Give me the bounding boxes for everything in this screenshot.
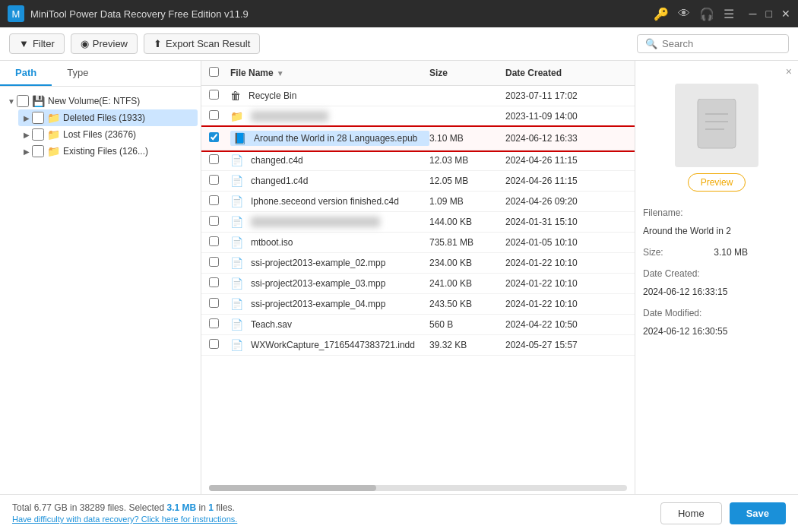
scrollbar-track[interactable] <box>209 485 627 491</box>
menu-icon[interactable]: ☰ <box>724 7 734 21</box>
file-size: 3.10 MB <box>429 133 505 144</box>
header-check-col <box>209 67 230 79</box>
main-area: Path Type ▼ 💾 New Volume(E: NTFS) ▶ 📁 De… <box>0 61 798 494</box>
tree-arrow-lost: ▶ <box>21 131 32 139</box>
preview-close-button[interactable]: × <box>786 65 792 78</box>
tree-item-lost[interactable]: ▶ 📁 Lost Files (23676) <box>18 126 198 143</box>
total-text: Total 6.77 GB in 38289 files. <box>12 502 126 513</box>
key-icon[interactable]: 🔑 <box>654 7 669 21</box>
existing-folder-icon: 📁 <box>47 145 60 157</box>
table-row[interactable]: 📄Teach.sav 560 B 2024-04-22 10:50 <box>201 315 635 335</box>
table-row[interactable]: 📄ssi-project2013-example_04.mpp 243.50 K… <box>201 294 635 315</box>
table-row[interactable]: 📘Around the World in 28 Languages.epub 3… <box>201 127 635 150</box>
tree-root[interactable]: ▼ 💾 New Volume(E: NTFS) <box>3 93 198 109</box>
row-checkbox[interactable] <box>209 110 219 120</box>
tree-checkbox-existing[interactable] <box>32 145 44 157</box>
row-checkbox[interactable] <box>209 132 219 142</box>
size-value: 3.10 MB <box>714 247 748 258</box>
statusbar: Total 6.77 GB in 38289 files. Selected 3… <box>0 494 798 532</box>
help-link[interactable]: Have difficulty with data recovery? Clic… <box>12 515 237 524</box>
tree-item-deleted[interactable]: ▶ 📁 Deleted Files (1933) <box>18 109 198 126</box>
titlebar: M MiniTool Power Data Recovery Free Edit… <box>0 0 798 27</box>
row-checkbox[interactable] <box>209 216 219 226</box>
table-row[interactable]: 📄Iphone.seceond version finished.c4d 1.0… <box>201 192 635 212</box>
tab-type[interactable]: Type <box>52 61 103 86</box>
table-row[interactable]: 📄ssi-project2013-example_03.mpp 241.00 K… <box>201 274 635 294</box>
close-button[interactable]: ✕ <box>781 8 790 20</box>
lost-folder-icon: 📁 <box>47 128 60 141</box>
header-size-col: Size <box>429 68 505 78</box>
file-type-icon: 📄 <box>230 195 243 207</box>
table-row[interactable]: 📄changed1.c4d 12.05 MB 2024-04-26 11:15 <box>201 171 635 192</box>
table-row[interactable]: 📄████████████████████ 144.00 KB 2024-01-… <box>201 212 635 233</box>
tree-checkbox-lost[interactable] <box>32 128 44 141</box>
row-checkbox[interactable] <box>209 277 219 287</box>
row-checkbox[interactable] <box>209 257 219 267</box>
header-date-col: Date Created <box>505 68 627 78</box>
selected-text: Selected <box>128 502 166 513</box>
tree-checkbox-deleted[interactable] <box>32 112 44 124</box>
tree-item-existing[interactable]: ▶ 📁 Existing Files (126...) <box>18 143 198 160</box>
file-date: 2024-01-22 10:10 <box>505 278 627 289</box>
file-date: 2024-04-26 09:20 <box>505 196 627 207</box>
preview-action-button[interactable]: Preview <box>688 173 746 192</box>
file-date: 2024-05-27 15:57 <box>505 340 627 350</box>
table-row[interactable]: 📄changed.c4d 12.03 MB 2024-04-26 11:15 <box>201 150 635 171</box>
file-type-icon: 📄 <box>230 216 243 228</box>
tree-arrow-deleted: ▶ <box>21 114 32 122</box>
row-checkbox[interactable] <box>209 236 219 246</box>
select-all-checkbox[interactable] <box>209 67 219 77</box>
file-date: 2024-04-26 11:15 <box>505 176 627 186</box>
file-type-icon: 📄 <box>230 277 243 290</box>
preview-button[interactable]: ◉ Preview <box>71 33 138 54</box>
export-button[interactable]: ⬆ Export Scan Result <box>144 33 260 54</box>
table-row[interactable]: 📄mtboot.iso 735.81 MB 2024-01-05 10:10 <box>201 233 635 253</box>
file-size: 560 B <box>429 319 505 330</box>
app-logo: M <box>8 5 24 22</box>
date-created-label: Date Created: <box>643 264 711 283</box>
selected-in: in <box>199 502 209 513</box>
row-checkbox[interactable] <box>209 175 219 185</box>
file-date: 2024-04-22 10:50 <box>505 319 627 330</box>
table-row[interactable]: 🗑Recycle Bin 2023-07-11 17:02 <box>201 86 635 106</box>
selected-files: 1 <box>208 502 214 513</box>
toolbar: ▼ Filter ◉ Preview ⬆ Export Scan Result … <box>0 27 798 61</box>
save-button[interactable]: Save <box>730 502 786 524</box>
filename-label: Filename: <box>643 204 711 222</box>
file-name: ssi-project2013-example_03.mpp <box>251 278 385 289</box>
table-row[interactable]: 📄WXWorkCapture_17165447383721.indd 39.32… <box>201 335 635 356</box>
table-row[interactable]: 📁████████████ 2023-11-09 14:00 <box>201 106 635 127</box>
file-type-icon: 🗑 <box>230 90 241 102</box>
file-name: Iphone.seceond version finished.c4d <box>251 196 399 207</box>
file-list: 🗑Recycle Bin 2023-07-11 17:02 📁█████████… <box>201 86 635 482</box>
table-row[interactable]: 📄ssi-project2013-example_02.mpp 234.00 K… <box>201 253 635 274</box>
file-name-blurred: ████████████ <box>251 111 328 122</box>
file-size: 234.00 KB <box>429 258 505 268</box>
search-icon: 🔍 <box>645 38 657 49</box>
row-checkbox[interactable] <box>209 90 219 100</box>
row-checkbox[interactable] <box>209 339 219 349</box>
file-tree: ▼ 💾 New Volume(E: NTFS) ▶ 📁 Deleted File… <box>0 87 201 494</box>
home-button[interactable]: Home <box>660 502 722 524</box>
maximize-button[interactable]: □ <box>766 8 772 20</box>
filter-button[interactable]: ▼ Filter <box>9 33 65 54</box>
file-date: 2024-06-12 16:33 <box>505 133 627 144</box>
eye-icon[interactable]: 👁 <box>678 7 690 21</box>
row-checkbox[interactable] <box>209 195 219 205</box>
row-checkbox[interactable] <box>209 318 219 328</box>
row-checkbox[interactable] <box>209 298 219 308</box>
search-input[interactable] <box>662 38 784 49</box>
filename-value: Around the World in 2 <box>643 226 731 236</box>
file-size: 735.81 MB <box>429 237 505 248</box>
file-name-blurred: ████████████████████ <box>251 217 380 227</box>
status-info: Total 6.77 GB in 38289 files. Selected 3… <box>12 502 237 524</box>
row-checkbox[interactable] <box>209 154 219 164</box>
headphones-icon[interactable]: 🎧 <box>699 7 714 21</box>
tree-root-checkbox[interactable] <box>17 95 29 107</box>
scrollbar-thumb[interactable] <box>209 485 376 491</box>
tab-path[interactable]: Path <box>0 61 52 86</box>
file-type-icon: 📄 <box>230 175 243 187</box>
minimize-button[interactable]: ─ <box>749 8 757 20</box>
status-buttons: Home Save <box>660 502 786 524</box>
file-name: Recycle Bin <box>249 90 296 101</box>
